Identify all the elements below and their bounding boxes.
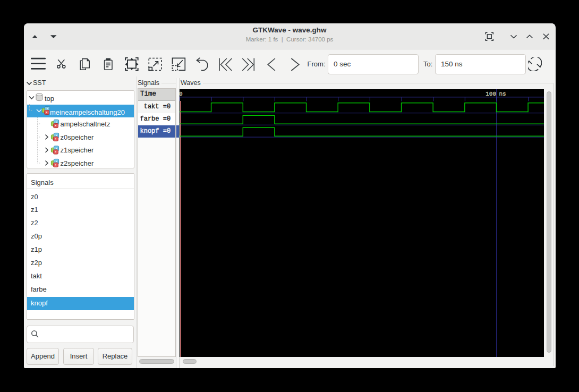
svg-text:ns: ns bbox=[499, 91, 506, 97]
svg-text:0: 0 bbox=[180, 91, 183, 97]
svg-text:100: 100 bbox=[486, 91, 496, 97]
